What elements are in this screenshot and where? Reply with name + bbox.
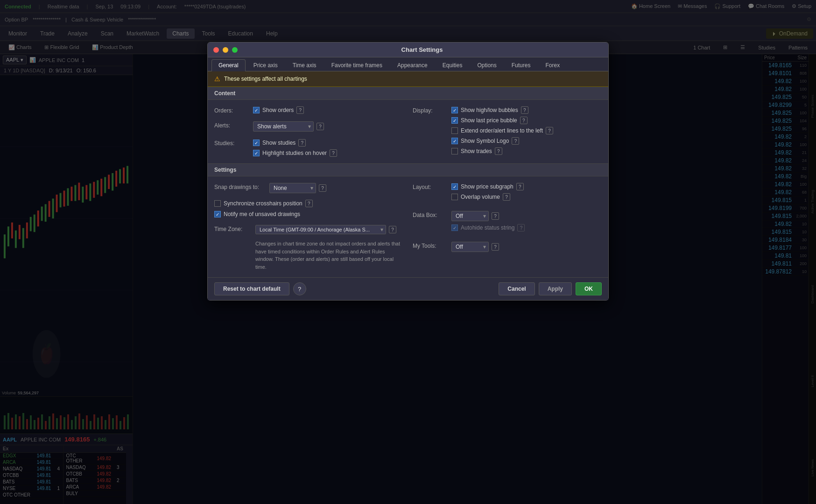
show-symbol-logo-label: Show Symbol Logo <box>461 138 509 144</box>
show-trades-help[interactable]: ? <box>495 147 502 155</box>
studies-label: Studies: <box>214 139 249 147</box>
modal-footer: Reset to chart default ? Cancel Apply OK <box>208 277 608 300</box>
display-row: Display: Show high/low bubbles ? Show la… <box>413 105 602 157</box>
alerts-control: Show alerts Hide alerts ? <box>253 121 324 132</box>
show-orders-help[interactable]: ? <box>296 106 304 114</box>
tab-price-axis[interactable]: Price axis <box>246 59 285 71</box>
data-box-label: Data Box: <box>413 211 448 218</box>
show-highlow-help[interactable]: ? <box>521 106 528 114</box>
show-price-subgraph-help[interactable]: ? <box>516 183 524 190</box>
layout-row: Layout: Show price subgraph ? Overlap vo… <box>413 181 602 203</box>
highlight-studies-help[interactable]: ? <box>330 149 337 157</box>
extend-order-help[interactable]: ? <box>546 127 553 134</box>
snap-help[interactable]: ? <box>319 184 326 192</box>
window-maximize-button[interactable] <box>232 47 238 53</box>
warning-icon: ⚠ <box>214 75 220 83</box>
show-price-subgraph-control: Show price subgraph ? <box>451 183 524 190</box>
tab-futures[interactable]: Futures <box>505 59 538 71</box>
tab-appearance[interactable]: Appearance <box>390 59 435 71</box>
settings-content: Snap drawings to: None Bars Ticks <box>208 176 608 277</box>
show-orders-label: Show orders <box>262 107 294 113</box>
notify-unsaved-checkbox[interactable] <box>214 211 221 217</box>
show-last-price-checkbox[interactable] <box>451 117 458 124</box>
snap-drawings-control: None Bars Ticks ? <box>269 183 326 193</box>
show-symbol-logo-checkbox[interactable] <box>451 138 458 144</box>
show-trades-control: Show trades ? <box>451 147 553 155</box>
overlap-volume-label: Overlap volume <box>461 194 500 200</box>
show-orders-checkbox[interactable] <box>253 107 260 113</box>
show-trades-checkbox[interactable] <box>451 148 458 154</box>
highlight-studies-control: Highlight studies on hover ? <box>253 149 337 157</box>
modal-body: Content Orders: Show orders ? <box>208 87 608 277</box>
show-highlow-control: Show high/low bubbles ? <box>451 106 553 114</box>
snap-drawings-row: Snap drawings to: None Bars Ticks <box>214 181 403 195</box>
my-tools-controls: Off On ? <box>451 242 499 252</box>
modal-title: Chart Settings <box>241 46 603 53</box>
cancel-button[interactable]: Cancel <box>499 282 535 295</box>
autohide-control: Autohide status string ? <box>451 224 525 231</box>
overlap-volume-help[interactable]: ? <box>503 193 510 201</box>
timezone-note: Changes in chart time zone do not impact… <box>255 240 403 271</box>
overlap-volume-control: Overlap volume ? <box>451 193 524 201</box>
tab-options[interactable]: Options <box>470 59 503 71</box>
timezone-controls: Local Time (GMT-09:00 / Anchorage (Alask… <box>255 225 403 271</box>
sync-crosshairs-label: Synchronize crosshairs position <box>224 200 302 207</box>
show-symbol-logo-help[interactable]: ? <box>512 137 519 145</box>
ok-button[interactable]: OK <box>576 282 602 295</box>
extend-order-label: Extend order/alert lines to the left <box>461 127 543 134</box>
content-right-col: Display: Show high/low bubbles ? Show la… <box>413 105 602 159</box>
autohide-checkbox[interactable] <box>451 224 458 231</box>
tab-time-axis[interactable]: Time axis <box>286 59 324 71</box>
content-section-header: Content <box>208 87 608 100</box>
tab-equities[interactable]: Equities <box>436 59 470 71</box>
my-tools-dropdown-wrapper: Off On <box>451 242 489 252</box>
autohide-help[interactable]: ? <box>517 224 525 231</box>
data-box-row: Data Box: Off On ? <box>413 209 602 233</box>
my-tools-help[interactable]: ? <box>492 243 499 251</box>
sync-crosshairs-checkbox[interactable] <box>214 200 221 207</box>
timezone-dropdown[interactable]: Local Time (GMT-09:00 / Anchorage (Alask… <box>255 225 386 234</box>
window-close-button[interactable] <box>213 47 219 53</box>
data-box-help[interactable]: ? <box>492 212 499 220</box>
sync-crosshairs-help[interactable]: ? <box>305 200 313 207</box>
alerts-dropdown[interactable]: Show alerts Hide alerts <box>253 121 314 132</box>
extend-order-checkbox[interactable] <box>451 127 458 134</box>
show-studies-checkbox[interactable] <box>253 140 260 146</box>
show-last-price-help[interactable]: ? <box>520 117 528 124</box>
alerts-help[interactable]: ? <box>317 123 324 130</box>
notify-unsaved-label: Notify me of unsaved drawings <box>224 211 300 217</box>
tab-general[interactable]: General <box>211 59 246 71</box>
show-studies-label: Show studies <box>262 140 295 146</box>
data-box-controls: Off On ? Autohide status string ? <box>451 211 525 231</box>
reset-to-default-button[interactable]: Reset to chart default <box>214 282 289 295</box>
my-tools-row: My Tools: Off On ? <box>413 240 602 254</box>
my-tools-control: Off On ? <box>451 242 499 252</box>
snap-dropdown[interactable]: None Bars Ticks <box>269 183 316 193</box>
highlight-studies-checkbox[interactable] <box>253 150 260 156</box>
show-price-subgraph-checkbox[interactable] <box>451 183 458 190</box>
data-box-dropdown[interactable]: Off On <box>451 211 489 221</box>
show-studies-help[interactable]: ? <box>298 139 306 147</box>
overlap-volume-checkbox[interactable] <box>451 194 458 200</box>
my-tools-label: My Tools: <box>413 242 448 249</box>
footer-help-button[interactable]: ? <box>293 282 306 295</box>
show-studies-control: Show studies ? <box>253 139 337 147</box>
settings-section-header: Settings <box>208 163 608 176</box>
tab-favorite-time-frames[interactable]: Favorite time frames <box>324 59 389 71</box>
show-last-price-label: Show last price bubble <box>461 117 517 124</box>
settings-right-col: Layout: Show price subgraph ? Overlap vo… <box>413 181 602 273</box>
content-settings: Orders: Show orders ? Alerts: <box>208 100 608 163</box>
show-highlow-checkbox[interactable] <box>451 107 458 113</box>
timezone-help[interactable]: ? <box>389 226 396 233</box>
apply-button[interactable]: Apply <box>539 282 572 295</box>
snap-drawings-label: Snap drawings to: <box>214 183 266 190</box>
studies-controls: Show studies ? Highlight studies on hove… <box>253 139 337 157</box>
my-tools-dropdown[interactable]: Off On <box>451 242 489 252</box>
warning-text: These settings affect all chartings <box>224 76 307 82</box>
modal-tabs: General Price axis Time axis Favorite ti… <box>208 57 608 71</box>
extend-order-control: Extend order/alert lines to the left ? <box>451 127 553 134</box>
timezone-row: Time Zone: Local Time (GMT-09:00 / Ancho… <box>214 223 403 273</box>
notify-unsaved-control: Notify me of unsaved drawings <box>214 211 403 217</box>
tab-forex[interactable]: Forex <box>538 59 567 71</box>
window-minimize-button[interactable] <box>223 47 228 53</box>
